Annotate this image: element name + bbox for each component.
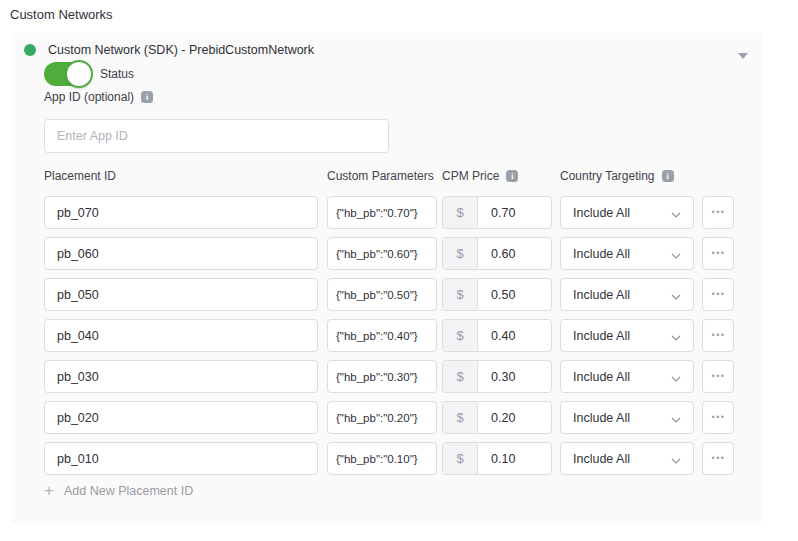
custom-parameters-input[interactable]	[327, 360, 437, 393]
cpm-price-input[interactable]	[478, 320, 551, 351]
chevron-down-icon	[671, 368, 681, 386]
placement-row: $ Include All •••	[44, 442, 734, 475]
cpm-price-field: $	[442, 442, 552, 475]
plus-icon: +	[44, 482, 54, 499]
ellipsis-icon: •••	[711, 413, 726, 422]
country-targeting-value: Include All	[561, 329, 671, 343]
country-targeting-select[interactable]: Include All	[560, 401, 694, 434]
row-more-button[interactable]: •••	[702, 442, 734, 475]
cpm-price-input[interactable]	[478, 197, 551, 228]
country-targeting-value: Include All	[561, 452, 671, 466]
cpm-price-field: $	[442, 196, 552, 229]
placement-id-input[interactable]	[44, 360, 318, 393]
row-more-button[interactable]: •••	[702, 278, 734, 311]
column-header-placement-id: Placement ID	[44, 169, 116, 183]
placement-row: $ Include All •••	[44, 196, 734, 229]
app-id-input[interactable]	[44, 119, 389, 153]
placement-id-input[interactable]	[44, 319, 318, 352]
placement-row: $ Include All •••	[44, 401, 734, 434]
placement-row: $ Include All •••	[44, 319, 734, 352]
placement-rows: $ Include All ••• $ Include All •••	[44, 196, 734, 483]
chevron-down-icon	[671, 286, 681, 304]
ellipsis-icon: •••	[711, 331, 726, 340]
cpm-price-field: $	[442, 319, 552, 352]
info-icon[interactable]: i	[506, 170, 518, 182]
chevron-down-icon	[671, 409, 681, 427]
cpm-price-field: $	[442, 360, 552, 393]
info-icon[interactable]: i	[141, 91, 153, 103]
placement-row: $ Include All •••	[44, 360, 734, 393]
page-title: Custom Networks	[10, 7, 113, 22]
cpm-price-field: $	[442, 278, 552, 311]
ellipsis-icon: •••	[711, 454, 726, 463]
currency-prefix: $	[443, 238, 478, 269]
chevron-down-icon	[671, 450, 681, 468]
country-targeting-value: Include All	[561, 206, 671, 220]
placement-id-input[interactable]	[44, 442, 318, 475]
chevron-down-icon[interactable]	[737, 46, 749, 54]
custom-network-card: Custom Network (SDK) - PrebidCustomNetwo…	[12, 33, 763, 523]
row-more-button[interactable]: •••	[702, 237, 734, 270]
placement-id-input[interactable]	[44, 196, 318, 229]
country-targeting-select[interactable]: Include All	[560, 360, 694, 393]
network-status-dot	[24, 44, 36, 56]
country-targeting-value: Include All	[561, 247, 671, 261]
cpm-price-input[interactable]	[478, 279, 551, 310]
chevron-down-icon	[671, 245, 681, 263]
ellipsis-icon: •••	[711, 249, 726, 258]
toggle-knob	[65, 60, 93, 88]
country-targeting-select[interactable]: Include All	[560, 278, 694, 311]
row-more-button[interactable]: •••	[702, 401, 734, 434]
column-header-country-targeting: Country Targeting i	[560, 169, 674, 183]
currency-prefix: $	[443, 361, 478, 392]
custom-parameters-input[interactable]	[327, 278, 437, 311]
custom-parameters-input[interactable]	[327, 196, 437, 229]
cpm-price-input[interactable]	[478, 238, 551, 269]
cpm-price-input[interactable]	[478, 402, 551, 433]
info-icon[interactable]: i	[662, 170, 674, 182]
ellipsis-icon: •••	[711, 290, 726, 299]
country-targeting-value: Include All	[561, 411, 671, 425]
currency-prefix: $	[443, 320, 478, 351]
column-header-custom-parameters: Custom Parameters	[327, 169, 434, 183]
country-targeting-select[interactable]: Include All	[560, 319, 694, 352]
ellipsis-icon: •••	[711, 372, 726, 381]
country-targeting-select[interactable]: Include All	[560, 196, 694, 229]
currency-prefix: $	[443, 279, 478, 310]
placement-row: $ Include All •••	[44, 237, 734, 270]
cpm-price-input[interactable]	[478, 361, 551, 392]
chevron-down-icon	[671, 204, 681, 222]
placement-id-input[interactable]	[44, 401, 318, 434]
column-headers: Placement ID Custom Parameters CPM Price…	[44, 169, 734, 185]
currency-prefix: $	[443, 443, 478, 474]
country-targeting-value: Include All	[561, 288, 671, 302]
chevron-down-icon	[671, 327, 681, 345]
add-placement-label: Add New Placement ID	[64, 484, 193, 498]
custom-parameters-input[interactable]	[327, 319, 437, 352]
network-title: Custom Network (SDK) - PrebidCustomNetwo…	[48, 43, 314, 57]
placement-id-input[interactable]	[44, 278, 318, 311]
cpm-price-field: $	[442, 401, 552, 434]
custom-parameters-input[interactable]	[327, 237, 437, 270]
custom-parameters-input[interactable]	[327, 442, 437, 475]
ellipsis-icon: •••	[711, 208, 726, 217]
custom-parameters-input[interactable]	[327, 401, 437, 434]
app-id-label: App ID (optional)	[44, 90, 134, 104]
currency-prefix: $	[443, 402, 478, 433]
row-more-button[interactable]: •••	[702, 196, 734, 229]
add-placement-button[interactable]: + Add New Placement ID	[44, 482, 193, 499]
country-targeting-value: Include All	[561, 370, 671, 384]
column-header-cpm-price: CPM Price i	[442, 169, 518, 183]
row-more-button[interactable]: •••	[702, 360, 734, 393]
placement-id-input[interactable]	[44, 237, 318, 270]
country-targeting-select[interactable]: Include All	[560, 237, 694, 270]
status-toggle[interactable]	[44, 62, 90, 86]
country-targeting-select[interactable]: Include All	[560, 442, 694, 475]
placement-row: $ Include All •••	[44, 278, 734, 311]
cpm-price-field: $	[442, 237, 552, 270]
app-id-label-row: App ID (optional) i	[44, 90, 153, 104]
row-more-button[interactable]: •••	[702, 319, 734, 352]
cpm-price-input[interactable]	[478, 443, 551, 474]
currency-prefix: $	[443, 197, 478, 228]
status-label: Status	[100, 67, 134, 81]
